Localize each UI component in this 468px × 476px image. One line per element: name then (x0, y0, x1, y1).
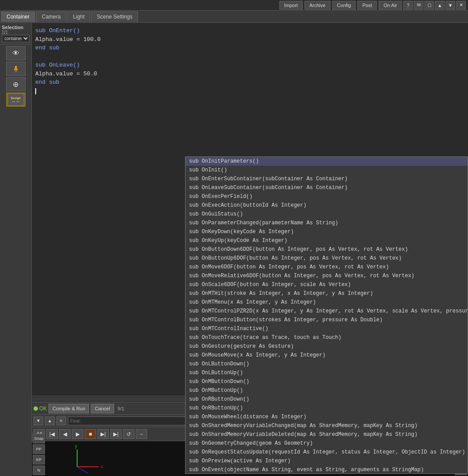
autocomplete-item[interactable]: sub OnButtonUp6DOF(button As Integer, po… (186, 254, 468, 263)
z-axis (77, 466, 89, 474)
x-axis (77, 466, 99, 467)
n-btn[interactable]: N (33, 465, 45, 475)
tab-bar: Container Camera Light Scene Settings (0, 11, 468, 23)
top-nav-bar: Import Archive Config Post On Air ? ✉ ◻ … (0, 0, 468, 11)
tab-camera[interactable]: Camera (36, 11, 67, 22)
autocomplete-item[interactable]: sub OnLButtonDown() (186, 360, 468, 368)
help-icon[interactable]: ? (403, 1, 413, 10)
autocomplete-item[interactable]: sub OnRequestStatusUpdate(requestId As I… (186, 448, 468, 457)
y-axis (77, 450, 78, 467)
autocomplete-item[interactable]: sub OnMTControlPZR2D(x As Integer, y As … (186, 307, 468, 316)
filter-icon-2[interactable]: ▲ (45, 416, 55, 425)
autocomplete-item[interactable]: sub OnKeyUp(keyCode As Integer) (186, 236, 468, 245)
ok-indicator: OK (33, 405, 47, 412)
icon-panel: 👁 🧍 ⊕ Script ▪▪▪ ▪▪▪ (0, 45, 31, 108)
autocomplete-item[interactable]: sub OnRButtonDown() (186, 395, 468, 404)
filter-icon-1[interactable]: ▼ (33, 416, 43, 425)
ok-label: OK (39, 405, 47, 412)
autocomplete-item[interactable]: sub OnInitParameters() (186, 157, 468, 166)
close-icon[interactable]: ✕ (456, 1, 466, 10)
autocomplete-item[interactable]: sub OnPreview(active As Integer) (186, 457, 468, 465)
autocomplete-item[interactable]: sub OnInit() (186, 166, 468, 175)
code-line (35, 52, 464, 61)
autocomplete-item[interactable]: sub OnLeaveSubContainer(subContainer As … (186, 183, 468, 192)
autocomplete-item[interactable]: sub OnMTControlButton(strokes As Integer… (186, 316, 468, 324)
autocomplete-item[interactable]: sub OnGeometryChanged(geom As Geometry) (186, 439, 468, 448)
autocomplete-item[interactable]: sub OnTouchTrace(trace as Trace, touch a… (186, 333, 468, 342)
person-icon-btn[interactable]: 🧍 (6, 62, 26, 76)
eye-icon-btn[interactable]: 👁 (6, 46, 26, 60)
script-icon-btn[interactable]: Script ▪▪▪ ▪▪▪ (6, 93, 26, 107)
autocomplete-item[interactable]: sub OnLButtonUp() (186, 368, 468, 377)
tab-light[interactable]: Light (67, 11, 90, 22)
stop-button[interactable]: ■ (85, 429, 96, 439)
down-arrow-icon[interactable]: ▼ (446, 1, 455, 10)
autocomplete-item[interactable]: sub OnMouseWheel(distance As Integer) (186, 413, 468, 421)
post-button[interactable]: Post (357, 1, 377, 10)
autocomplete-item[interactable]: sub OnMove6DOF(button As Integer, pos As… (186, 263, 468, 271)
selection-panel: Selection 1/1 container1 (0, 23, 31, 45)
selection-count: 1/1 (2, 30, 30, 35)
up-arrow-icon[interactable]: ▲ (435, 1, 445, 10)
mail-icon[interactable]: ✉ (414, 1, 423, 10)
selection-label: Selection (2, 25, 30, 30)
autocomplete-panel[interactable]: sub OnInitParameters()sub OnInit()sub On… (185, 156, 468, 474)
prev-frame-button[interactable]: ◀ (59, 429, 71, 439)
snap-btn[interactable]: Snap (33, 434, 45, 443)
next-end-button[interactable]: ▶| (110, 429, 122, 439)
play-button[interactable]: ▶ (72, 429, 83, 439)
config-button[interactable]: Config (332, 1, 356, 10)
autocomplete-item[interactable]: sub OnExecAction(buttonId As Integer) (186, 201, 468, 210)
autocomplete-item[interactable]: sub OnEvent(objectName As String, event … (186, 465, 468, 474)
code-line: end sub (35, 78, 464, 87)
autocomplete-item[interactable]: sub OnGesture(gesture As Gesture) (186, 342, 468, 351)
import-button[interactable]: Import (279, 1, 303, 10)
on-air-button[interactable]: On Air (379, 1, 402, 10)
code-line: sub OnEnter() (35, 26, 464, 35)
left-bottom-buttons: Snap PP KP N (32, 433, 46, 476)
archive-button[interactable]: Archive (305, 1, 331, 10)
code-line: end sub (35, 44, 464, 52)
autocomplete-item[interactable]: sub OnSharedMemoryVariableChanged(map As… (186, 421, 468, 430)
filter-icon-3[interactable]: ≡ (56, 416, 66, 425)
autocomplete-item[interactable]: sub OnEnterSubContainer(subContainer As … (186, 175, 468, 183)
autocomplete-item[interactable]: sub OnMTHit(stroke As Integer, x As Inte… (186, 289, 468, 298)
code-line: sub OnLeave() (35, 61, 464, 70)
autocomplete-item[interactable]: sub OnMButtonDown() (186, 377, 468, 386)
transform-icon-btn[interactable]: ⊕ (6, 77, 26, 91)
x-label: x (101, 464, 103, 469)
autocomplete-item[interactable]: sub OnButtonDown6DOF(button As Integer, … (186, 245, 468, 254)
code-line: Alpha.value = 50.0 (35, 70, 464, 78)
minus-button[interactable]: − (136, 429, 147, 439)
next-frame-button[interactable]: ▶| (97, 429, 109, 439)
selection-dropdown[interactable]: container1 (2, 35, 30, 42)
autocomplete-item[interactable]: sub OnMouseMove(x As Integer, y As Integ… (186, 351, 468, 360)
tab-container[interactable]: Container (1, 11, 35, 22)
loop-button[interactable]: ↺ (123, 429, 134, 439)
ok-dot (33, 406, 38, 411)
autocomplete-item[interactable]: sub OnExecPerField() (186, 192, 468, 201)
pp-btn[interactable]: PP (33, 444, 45, 454)
autocomplete-item[interactable]: sub OnRButtonUp() (186, 404, 468, 413)
tab-scene-settings[interactable]: Scene Settings (91, 11, 138, 22)
cancel-button[interactable]: Cancel (91, 404, 114, 413)
prev-end-button[interactable]: |◀ (46, 429, 58, 439)
autocomplete-item[interactable]: sub OnScale6DOF(button As Integer, scale… (186, 280, 468, 289)
autocomplete-item[interactable]: sub OnGuiStatus() (186, 210, 468, 219)
code-line: Alpha.value = 100.0 (35, 35, 464, 44)
autocomplete-item[interactable]: sub OnMTControlInactive() (186, 324, 468, 333)
autocomplete-item[interactable]: sub OnMTMenu(x As Integer, y As Integer) (186, 298, 468, 307)
compile-run-button[interactable]: Compile & Run (48, 404, 89, 413)
square-icon[interactable]: ◻ (424, 1, 434, 10)
kp-btn[interactable]: KP (33, 455, 45, 465)
line-info: 9/1 (118, 406, 124, 411)
left-sidebar: Selection 1/1 container1 👁 🧍 ⊕ Script ▪▪… (0, 23, 32, 476)
autocomplete-item[interactable]: sub OnSharedMemoryVariableDeleted(map As… (186, 430, 468, 439)
autocomplete-item[interactable]: sub OnKeyDown(keyCode As Integer) (186, 227, 468, 236)
y-label: y (75, 444, 77, 449)
code-line (35, 87, 464, 96)
autocomplete-item[interactable]: sub OnMButtonUp() (186, 386, 468, 395)
autocomplete-item[interactable]: sub OnParameterChanged(parameterName As … (186, 219, 468, 227)
autocomplete-item[interactable]: sub OnMoveRelative6DOF(button As Integer… (186, 271, 468, 280)
